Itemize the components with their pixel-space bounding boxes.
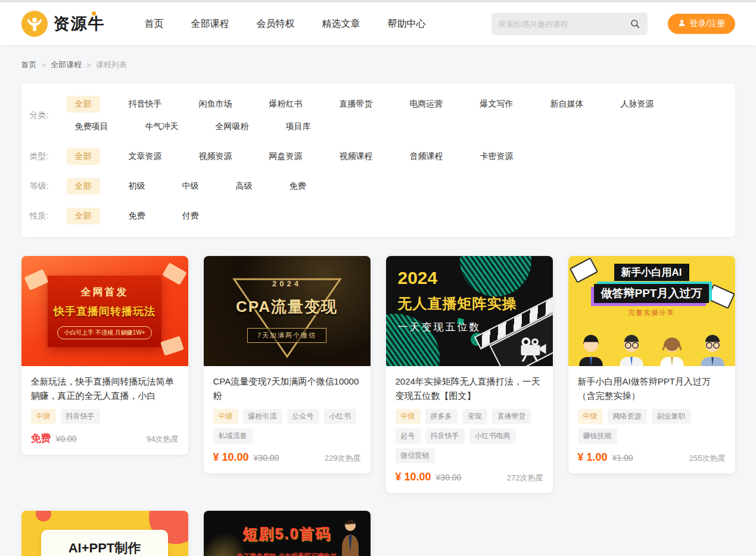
filter-category-item[interactable]: 爆文写作 bbox=[472, 96, 522, 113]
nav-item-vip[interactable]: 会员特权 bbox=[257, 18, 295, 30]
course-tag[interactable]: 爆粉引流 bbox=[243, 409, 282, 424]
course-title: 2024年实操矩阵无人直播打法，一天变现五位数【图文】 bbox=[396, 374, 543, 403]
filter-nature-item[interactable]: 付费 bbox=[174, 208, 207, 224]
filter-label: 等级: bbox=[30, 181, 67, 192]
original-price: ¥1.00 bbox=[612, 453, 633, 463]
breadcrumb-home[interactable]: 首页 bbox=[21, 60, 37, 70]
filter-category-item[interactable]: 闲鱼市场 bbox=[191, 96, 241, 113]
filter-category-item[interactable]: 项目库 bbox=[278, 118, 319, 135]
filter-category-item[interactable]: 免费项目 bbox=[67, 118, 117, 135]
course-tag[interactable]: 赚钱技能 bbox=[578, 429, 617, 443]
course-card[interactable]: 短剧5.0首码 免下载免剪辑 点击观看即可赚收益 多重收益 实现躺赚人生 bbox=[204, 511, 371, 556]
search-input[interactable] bbox=[499, 20, 630, 29]
cover-badge: 7天加满两个微信 bbox=[247, 328, 326, 343]
breadcrumb-separator: > bbox=[86, 61, 91, 70]
filter-category-item[interactable]: 抖音快手 bbox=[120, 96, 170, 113]
course-tag[interactable]: 小红书 bbox=[324, 409, 356, 424]
course-card[interactable]: AI+PPT制作 稳定月入7000+ 实战指南 bbox=[21, 511, 188, 556]
course-cover: 2024 无人直播矩阵实操 一天变现五位数 bbox=[386, 256, 553, 366]
level-tag[interactable]: 中级 bbox=[578, 409, 603, 424]
course-tag[interactable]: 小红书电商 bbox=[469, 429, 516, 443]
course-card[interactable]: 新手小白用AI 做答辩PPT月入过万 完整实操分享 bbox=[568, 256, 735, 473]
original-price: ¥30.00 bbox=[254, 453, 279, 463]
filter-category-item[interactable]: 爆粉红书 bbox=[261, 96, 311, 113]
nav-item-all-courses[interactable]: 全部课程 bbox=[191, 18, 229, 30]
nav-item-articles[interactable]: 精选文章 bbox=[322, 18, 360, 30]
filter-level-item[interactable]: 免费 bbox=[281, 178, 315, 195]
filter-panel: 分类: 全部 抖音快手 闲鱼市场 爆粉红书 直播带货 电商运营 爆文写作 新自媒… bbox=[21, 83, 735, 237]
level-tag[interactable]: 中级 bbox=[396, 409, 421, 424]
filter-row-category: 分类: 全部 抖音快手 闲鱼市场 爆粉红书 直播带货 电商运营 爆文写作 新自媒… bbox=[30, 89, 727, 142]
cover-line1: AI+PPT制作 bbox=[45, 539, 164, 556]
filter-type-item[interactable]: 视频课程 bbox=[331, 148, 381, 165]
filter-level-item[interactable]: 初级 bbox=[120, 178, 154, 195]
course-price: ¥ 10.00 bbox=[396, 471, 431, 483]
person-figure bbox=[655, 330, 689, 366]
nav-item-home[interactable]: 首页 bbox=[145, 18, 164, 30]
logo[interactable]: 资源牛 bbox=[21, 11, 105, 37]
course-tag[interactable]: 直播带货 bbox=[492, 409, 531, 424]
course-tag[interactable]: 变现 bbox=[462, 409, 487, 424]
filter-label: 类型: bbox=[30, 151, 67, 162]
cover-line1: 无人直播矩阵实操 bbox=[398, 294, 553, 313]
cover-line1: CPA流量变现 bbox=[236, 296, 338, 317]
original-price: ¥0.00 bbox=[56, 434, 77, 443]
cover-line1: 全网首发 bbox=[52, 285, 156, 299]
cover-line1: 新手小白用AI bbox=[614, 264, 689, 281]
cover-year: 2024 bbox=[398, 268, 553, 288]
course-grid: 全网首发 快手直播间转播玩法 小白可上手 不违规 月躺赚1W+ 全新玩法，快手直… bbox=[21, 256, 735, 556]
filter-row-type: 类型: 全部 文章资源 视频资源 网盘资源 视频课程 音频课程 卡密资源 bbox=[30, 142, 727, 171]
filter-type-item[interactable]: 网盘资源 bbox=[261, 148, 311, 165]
filter-type-all[interactable]: 全部 bbox=[67, 148, 100, 165]
user-icon bbox=[677, 18, 686, 29]
course-tag[interactable]: 抖音快手 bbox=[425, 429, 465, 443]
filter-type-item[interactable]: 文章资源 bbox=[120, 148, 170, 165]
course-card[interactable]: 2024 CPA流量变现 7天加满两个微信 CPA流量变现7天加满两个微信100… bbox=[204, 256, 371, 473]
course-tag[interactable]: 抖音快手 bbox=[61, 409, 100, 424]
nav-item-help[interactable]: 帮助中心 bbox=[388, 18, 426, 30]
heat-count: 255次热度 bbox=[689, 453, 726, 464]
course-card[interactable]: 2024 无人直播矩阵实操 一天变现五位数 2024年实操矩阵无人直播打法，一天… bbox=[386, 256, 553, 493]
search-icon[interactable] bbox=[630, 18, 640, 29]
cartoon-people bbox=[568, 330, 735, 366]
search-box bbox=[491, 13, 648, 35]
filter-category-item[interactable]: 全网吸粉 bbox=[207, 118, 257, 135]
course-tag[interactable]: 拼多多 bbox=[425, 409, 458, 424]
course-title: 新手小白用AI做答辩PPT月入过万（含完整实操） bbox=[578, 374, 726, 403]
filter-nature-all[interactable]: 全部 bbox=[67, 208, 100, 224]
filter-type-item[interactable]: 卡密资源 bbox=[472, 148, 522, 165]
course-cover: 2024 CPA流量变现 7天加满两个微信 bbox=[204, 256, 371, 366]
course-price: 免费 bbox=[31, 432, 51, 445]
breadcrumb-separator: > bbox=[42, 61, 46, 70]
level-tag[interactable]: 中级 bbox=[213, 409, 238, 424]
filter-level-all[interactable]: 全部 bbox=[67, 178, 100, 195]
filter-category-all[interactable]: 全部 bbox=[67, 96, 100, 113]
course-tag[interactable]: 副业兼职 bbox=[652, 409, 691, 424]
filter-category-item[interactable]: 直播带货 bbox=[331, 96, 381, 113]
course-tag[interactable]: 网络资源 bbox=[608, 409, 647, 424]
course-card[interactable]: 全网首发 快手直播间转播玩法 小白可上手 不违规 月躺赚1W+ 全新玩法，快手直… bbox=[21, 256, 188, 455]
filter-nature-item[interactable]: 免费 bbox=[120, 208, 154, 224]
filter-level-item[interactable]: 高级 bbox=[228, 178, 261, 195]
filter-category-item[interactable]: 电商运营 bbox=[402, 96, 452, 113]
filter-category-item[interactable]: 新自媒体 bbox=[542, 96, 592, 113]
course-tag[interactable]: 起号 bbox=[396, 429, 421, 443]
paper-deco bbox=[160, 336, 184, 355]
course-tag[interactable]: 微信营销 bbox=[396, 448, 435, 463]
cover-line1: 短剧5.0首码 bbox=[204, 524, 371, 543]
course-title: 全新玩法，快手直播间转播玩法简单躺赚，真正的全无人直播，小白 bbox=[31, 374, 179, 403]
filter-category-item[interactable]: 人脉资源 bbox=[612, 96, 662, 113]
person-figure bbox=[615, 330, 648, 366]
level-tag[interactable]: 中级 bbox=[31, 409, 56, 424]
filter-type-item[interactable]: 音频课程 bbox=[402, 148, 452, 165]
heat-count: 229次热度 bbox=[325, 453, 361, 464]
login-button[interactable]: 登录/注册 bbox=[668, 14, 735, 34]
filter-level-item[interactable]: 中级 bbox=[174, 178, 207, 195]
filter-type-item[interactable]: 视频资源 bbox=[191, 148, 241, 165]
course-cover: 短剧5.0首码 免下载免剪辑 点击观看即可赚收益 多重收益 实现躺赚人生 bbox=[204, 511, 371, 556]
course-tag[interactable]: 私域流量 bbox=[213, 429, 253, 443]
filter-category-item[interactable]: 牛气冲天 bbox=[137, 118, 187, 135]
course-tag[interactable]: 公众号 bbox=[287, 409, 319, 424]
breadcrumb-all-courses[interactable]: 全部课程 bbox=[51, 60, 82, 70]
cover-line2: 免下载免剪辑 点击观看即可赚收益 bbox=[204, 552, 371, 556]
